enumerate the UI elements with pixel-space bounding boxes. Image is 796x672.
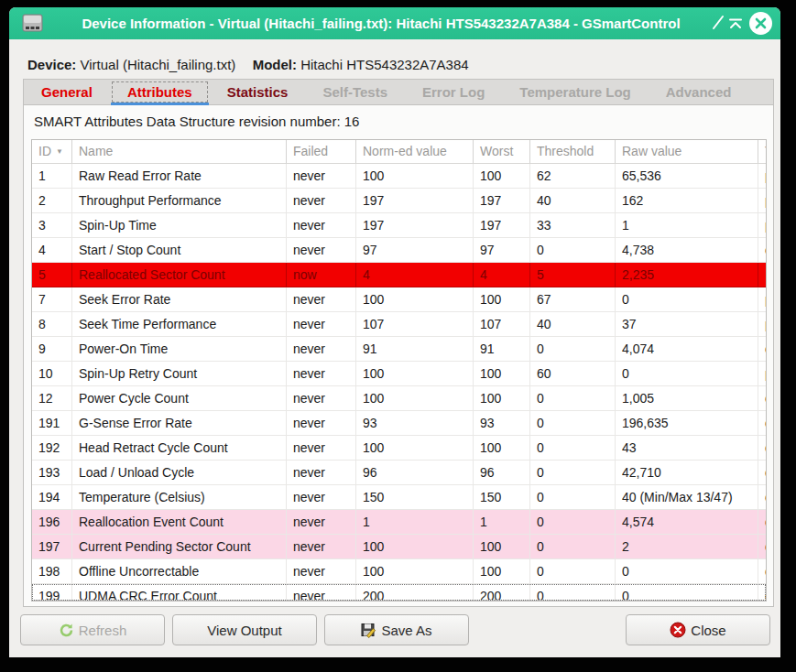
cell-raw: 196,635 — [616, 411, 758, 436]
cell-name: Reallocated Sector Count — [72, 263, 287, 287]
cell-failed: never — [287, 337, 356, 362]
tab-statistics[interactable]: Statistics — [210, 80, 306, 104]
cell-type: old age — [758, 510, 767, 535]
tab-label: Temperature Log — [519, 84, 630, 100]
column-header-id[interactable]: ID▼ — [32, 140, 72, 164]
cell-normed: 96 — [356, 461, 474, 485]
cell-name: Head Retract Cycle Count — [72, 436, 287, 461]
cell-id: 197 — [32, 535, 72, 559]
cell-worst: 107 — [474, 312, 530, 337]
cell-failed: never — [287, 461, 356, 485]
cell-threshold: 0 — [530, 436, 616, 461]
cell-normed: 100 — [356, 535, 474, 559]
cell-type: old age — [758, 436, 767, 461]
cell-type: pre-failure — [758, 189, 767, 213]
attribute-row-3[interactable]: 3Spin-Up Timenever197197331pre-failure — [32, 213, 766, 238]
button-label: Save As — [381, 623, 431, 638]
attributes-tab-page: SMART Attributes Data Structure revision… — [23, 105, 774, 607]
attribute-row-9[interactable]: 9Power-On Timenever919104,074old age — [32, 337, 766, 362]
attribute-row-199[interactable]: 199UDMA CRC Error Countnever20020000old … — [32, 584, 766, 601]
cell-type: pre-failure — [758, 312, 767, 337]
save-as-button[interactable]: Save As — [324, 614, 469, 645]
attribute-row-193[interactable]: 193Load / Unload Cyclenever9696042,710ol… — [32, 461, 766, 485]
cell-id: 198 — [32, 559, 72, 584]
attribute-row-198[interactable]: 198Offline Uncorrectablenever10010000old… — [32, 559, 766, 584]
view-output-button[interactable]: View Output — [172, 614, 317, 645]
device-model-line: Device: Virtual (Hitachi_failing.txt) Mo… — [27, 57, 469, 72]
tab-attributes[interactable]: Attributes — [110, 80, 210, 104]
cell-name: Power-On Time — [72, 337, 287, 362]
cell-name: Spin-Up Retry Count — [72, 362, 287, 386]
attribute-row-196[interactable]: 196Reallocation Event Countnever1104,574… — [32, 510, 766, 535]
cell-id: 2 — [32, 189, 72, 213]
tab-label: Error Log — [422, 84, 485, 100]
column-header-raw-value[interactable]: Raw value — [616, 140, 758, 164]
attribute-row-8[interactable]: 8Seek Time Performancenever1071074037pre… — [32, 312, 766, 337]
cell-type: old age — [758, 535, 767, 559]
attribute-row-5[interactable]: 5Reallocated Sector Countnow4452,235pre-… — [32, 263, 766, 287]
tab-general[interactable]: General — [24, 80, 110, 104]
titlebar[interactable]: Device Information - Virtual (Hitachi_fa… — [9, 7, 780, 39]
table-header-row: ID▼NameFailedNorm-ed valueWorstThreshold… — [32, 140, 766, 164]
device-information-window: Device Information - Virtual (Hitachi_fa… — [9, 7, 780, 657]
attribute-row-197[interactable]: 197Current Pending Sector Countnever1001… — [32, 535, 766, 559]
attribute-row-4[interactable]: 4Start / Stop Countnever979704,738old ag… — [32, 238, 766, 263]
cell-name: UDMA CRC Error Count — [72, 584, 287, 601]
cell-raw: 2,235 — [616, 263, 758, 287]
cell-type: old age — [758, 337, 767, 362]
cell-id: 10 — [32, 362, 72, 386]
column-header-norm-ed-value[interactable]: Norm-ed value — [356, 140, 474, 164]
column-header-threshold[interactable]: Threshold — [530, 140, 616, 164]
tab-label: Self-Tests — [322, 84, 387, 100]
cell-raw: 0 — [616, 559, 758, 584]
cell-type: pre-failure — [758, 263, 767, 287]
cell-failed: never — [287, 164, 356, 189]
shade-window-icon[interactable] — [727, 16, 744, 32]
cell-failed: never — [287, 238, 356, 263]
close-button[interactable]: Close — [626, 614, 770, 645]
attribute-row-194[interactable]: 194Temperature (Celsius)never150150040 (… — [32, 485, 766, 510]
tab-label: General — [41, 84, 93, 100]
column-header-name[interactable]: Name — [72, 140, 287, 164]
cell-failed: never — [287, 559, 356, 584]
window-close-icon[interactable] — [748, 11, 773, 36]
cell-id: 194 — [32, 485, 72, 510]
cell-raw: 0 — [616, 287, 758, 312]
cell-type: old age — [758, 584, 767, 601]
cell-threshold: 0 — [530, 411, 616, 436]
cell-name: Raw Read Error Rate — [72, 164, 287, 189]
cell-threshold: 33 — [530, 213, 616, 238]
attribute-row-7[interactable]: 7Seek Error Ratenever100100670pre-failur… — [32, 287, 766, 312]
attribute-row-191[interactable]: 191G-Sense Error Ratenever93930196,635ol… — [32, 411, 766, 436]
window-title: Device Information - Virtual (Hitachi_fa… — [73, 7, 689, 39]
button-label: Refresh — [79, 623, 127, 638]
column-header-type[interactable]: Type — [758, 140, 767, 164]
column-header-worst[interactable]: Worst — [474, 140, 530, 164]
column-header-failed[interactable]: Failed — [287, 140, 356, 164]
cell-worst: 100 — [474, 559, 530, 584]
cell-raw: 4,574 — [616, 510, 758, 535]
cell-type: old age — [758, 411, 767, 436]
attribute-row-12[interactable]: 12Power Cycle Countnever10010001,005old … — [32, 386, 766, 411]
refresh-button[interactable]: Refresh — [20, 614, 165, 645]
cell-normed: 107 — [356, 312, 474, 337]
tab-advanced: Advanced — [649, 80, 749, 104]
cell-name: Power Cycle Count — [72, 386, 287, 411]
attribute-row-2[interactable]: 2Throughput Performancenever19719740162p… — [32, 189, 766, 213]
cell-raw: 4,074 — [616, 337, 758, 362]
cell-worst: 91 — [474, 337, 530, 362]
cell-failed: never — [287, 535, 356, 559]
cell-raw: 42,710 — [616, 461, 758, 485]
smart-attributes-table[interactable]: ID▼NameFailedNorm-ed valueWorstThreshold… — [31, 139, 767, 602]
attribute-row-1[interactable]: 1Raw Read Error Ratenever1001006265,536p… — [32, 164, 766, 189]
save-icon — [361, 623, 376, 638]
cell-failed: never — [287, 386, 356, 411]
model-value: Hitachi HTS543232A7A384 — [300, 57, 468, 72]
attribute-row-192[interactable]: 192Head Retract Cycle Countnever10010004… — [32, 436, 766, 461]
attribute-row-10[interactable]: 10Spin-Up Retry Countnever100100600pre-f… — [32, 362, 766, 386]
cell-threshold: 40 — [530, 312, 616, 337]
screen: { "window": { "title": "Device Informati… — [0, 0, 796, 672]
column-header-label: Threshold — [537, 144, 594, 158]
column-header-label: Name — [79, 144, 113, 158]
cell-threshold: 0 — [530, 485, 616, 510]
